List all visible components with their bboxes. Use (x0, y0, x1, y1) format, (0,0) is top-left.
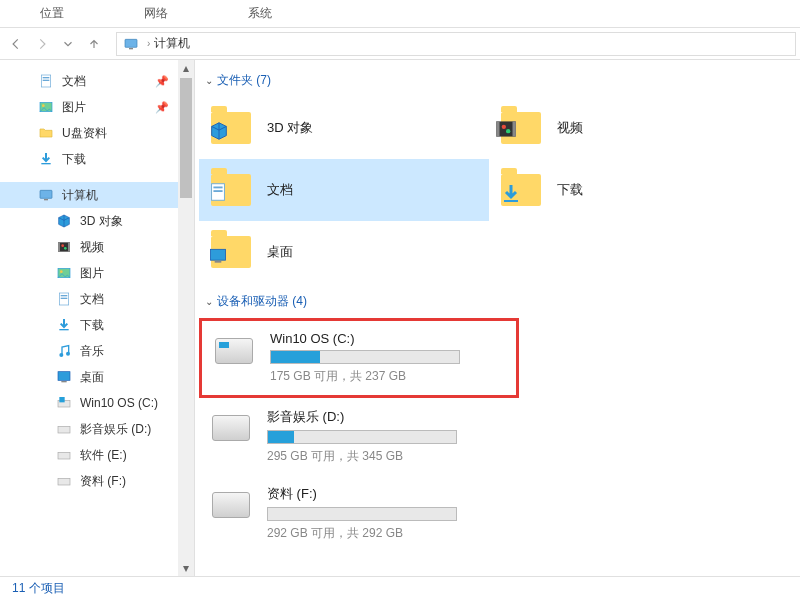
chevron-down-icon: ⌄ (205, 75, 213, 86)
sidebar-item[interactable]: 3D 对象 (0, 208, 179, 234)
folder-name: 下载 (557, 181, 583, 199)
content-pane: ⌄ 文件夹 (7) 3D 对象 视频 文档 下载 桌面 ⌄ 设备和驱动器 (4)… (195, 60, 800, 576)
svg-point-33 (502, 124, 506, 128)
back-button[interactable] (4, 32, 28, 56)
up-button[interactable] (82, 32, 106, 56)
doc-folder-icon (207, 166, 255, 214)
scroll-thumb[interactable] (180, 78, 192, 198)
sidebar-item[interactable]: U盘资料 (0, 120, 179, 146)
tab-system[interactable]: 系统 (208, 0, 312, 27)
svg-rect-19 (61, 298, 68, 299)
svg-point-6 (42, 104, 45, 107)
svg-rect-11 (58, 242, 60, 251)
svg-rect-24 (61, 381, 66, 382)
group-header-folders[interactable]: ⌄ 文件夹 (7) (205, 72, 796, 89)
folder-name: 3D 对象 (267, 119, 313, 137)
doc-icon (38, 73, 54, 89)
sidebar-item[interactable]: 图片 (0, 260, 179, 286)
desktop-folder-icon (207, 228, 255, 276)
music-icon (56, 343, 72, 359)
svg-rect-29 (58, 478, 70, 485)
computer-icon (123, 36, 139, 52)
drive-status: 175 GB 可用，共 237 GB (270, 368, 508, 385)
drive-item[interactable]: 影音娱乐 (D:) 295 GB 可用，共 345 GB (199, 398, 519, 475)
disk-icon (210, 331, 258, 371)
tab-location[interactable]: 位置 (0, 0, 104, 27)
breadcrumb-current: 计算机 (154, 35, 190, 52)
sidebar-item-label: 图片 (80, 265, 104, 282)
status-text: 11 个项目 (12, 580, 65, 597)
folder-name: 桌面 (267, 243, 293, 261)
sidebar-item[interactable]: 音乐 (0, 338, 179, 364)
sidebar-item-label: 音乐 (80, 343, 104, 360)
svg-rect-3 (43, 77, 50, 78)
group-header-drives[interactable]: ⌄ 设备和驱动器 (4) (205, 293, 796, 310)
sidebar-item-label: 下载 (62, 151, 86, 168)
sidebar-item[interactable]: 资料 (F:) (0, 468, 179, 494)
svg-rect-27 (58, 426, 70, 433)
sidebar-item[interactable]: Win10 OS (C:) (0, 390, 179, 416)
sidebar-item[interactable]: 桌面 (0, 364, 179, 390)
sidebar-item[interactable]: 文档 📌 (0, 68, 179, 94)
folder-item[interactable]: 3D 对象 (199, 97, 489, 159)
download-icon (38, 151, 54, 167)
svg-rect-1 (129, 48, 133, 49)
svg-rect-23 (58, 372, 70, 381)
desktop-icon (56, 369, 72, 385)
folder-item[interactable]: 文档 (199, 159, 489, 221)
doc-icon (56, 291, 72, 307)
breadcrumb[interactable]: › 计算机 (116, 32, 796, 56)
folder-name: 文档 (267, 181, 293, 199)
osdisk-icon (56, 395, 72, 411)
tab-network[interactable]: 网络 (104, 0, 208, 27)
svg-point-13 (61, 244, 64, 247)
drive-status: 295 GB 可用，共 345 GB (267, 448, 511, 465)
drive-item[interactable]: Win10 OS (C:) 175 GB 可用，共 237 GB (199, 318, 519, 398)
svg-rect-37 (213, 190, 222, 192)
video-folder-icon (497, 104, 545, 152)
pic-icon (38, 99, 54, 115)
svg-rect-7 (41, 163, 50, 164)
disk-icon (207, 485, 255, 525)
group-header-folders-label: 文件夹 (7) (217, 72, 271, 89)
sidebar-item[interactable]: 软件 (E:) (0, 442, 179, 468)
ribbon-tabs: 位置 网络 系统 (0, 0, 800, 28)
storage-bar (267, 507, 457, 521)
svg-rect-18 (61, 295, 68, 296)
sidebar-item[interactable]: 下载 (0, 312, 179, 338)
svg-rect-0 (125, 39, 137, 47)
drive-item[interactable]: 资料 (F:) 292 GB 可用，共 292 GB (199, 475, 519, 552)
svg-rect-12 (68, 242, 70, 251)
svg-point-22 (66, 352, 70, 356)
disk-icon (56, 447, 72, 463)
folder-icon (38, 125, 54, 141)
sidebar-item[interactable]: 视频 (0, 234, 179, 260)
svg-rect-32 (513, 121, 516, 136)
forward-button[interactable] (30, 32, 54, 56)
svg-rect-26 (59, 397, 64, 402)
sidebar-item[interactable]: 文档 (0, 286, 179, 312)
sidebar-item-label: 影音娱乐 (D:) (80, 421, 151, 438)
sidebar-item[interactable]: 计算机 (0, 182, 179, 208)
pic-icon (56, 265, 72, 281)
sidebar-item-label: 文档 (62, 73, 86, 90)
recent-dropdown[interactable] (56, 32, 80, 56)
pin-icon: 📌 (155, 75, 169, 88)
svg-rect-8 (40, 190, 52, 198)
chevron-right-icon: › (147, 38, 150, 49)
pin-icon: 📌 (155, 101, 169, 114)
svg-rect-36 (213, 186, 222, 188)
folder-item[interactable]: 下载 (489, 159, 779, 221)
sidebar-item-label: 图片 (62, 99, 86, 116)
folder-item[interactable]: 桌面 (199, 221, 489, 283)
scroll-down-icon[interactable]: ▾ (178, 560, 194, 576)
sidebar-item[interactable]: 下载 (0, 146, 179, 172)
sidebar-item-label: 视频 (80, 239, 104, 256)
sidebar-item[interactable]: 影音娱乐 (D:) (0, 416, 179, 442)
chevron-down-icon: ⌄ (205, 296, 213, 307)
folder-item[interactable]: 视频 (489, 97, 779, 159)
sidebar-item[interactable]: 图片 📌 (0, 94, 179, 120)
svg-rect-4 (43, 80, 50, 81)
scroll-up-icon[interactable]: ▴ (178, 60, 194, 76)
sidebar-scrollbar[interactable]: ▴ ▾ (178, 60, 194, 576)
